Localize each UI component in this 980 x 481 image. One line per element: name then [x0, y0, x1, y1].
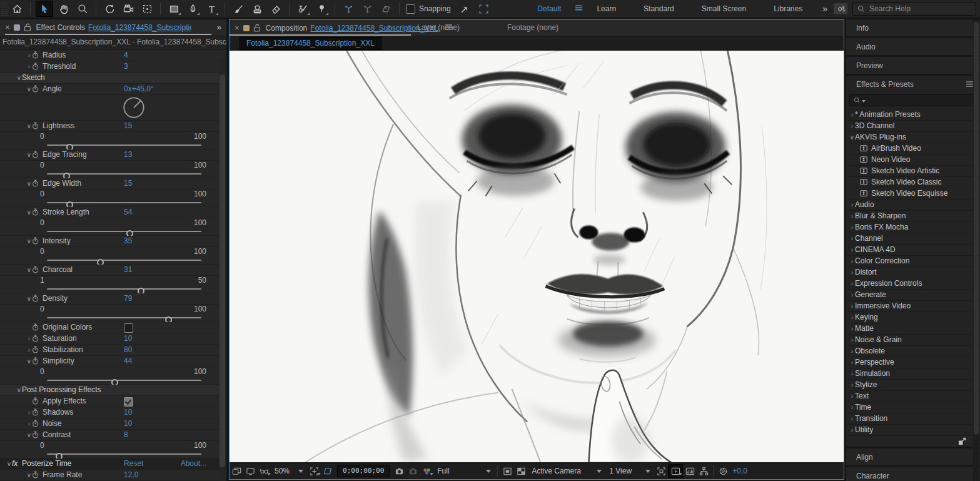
param-value[interactable]: 79 [124, 293, 132, 304]
tool-pan-behind[interactable] [139, 1, 155, 16]
exposure-value[interactable]: +0,0 [732, 467, 747, 475]
effect-param-row[interactable]: ›Shadows10 [0, 407, 226, 418]
tool-pen[interactable] [184, 1, 201, 16]
effect-param-row[interactable]: ›Noise10 [0, 418, 226, 430]
transparency-grid-icon[interactable] [514, 465, 528, 477]
effect-param-row[interactable]: ∨Density79 [0, 293, 226, 305]
effects-category-row[interactable]: ›Transition [846, 413, 980, 424]
effects-category-row[interactable]: ›Matte [846, 323, 980, 334]
effect-reset-link[interactable]: Reset [124, 458, 143, 469]
effects-presets-header[interactable]: Effects & Presets [846, 76, 980, 93]
lock-icon[interactable] [24, 23, 31, 31]
param-value[interactable]: 54 [124, 207, 132, 218]
panel-preview[interactable]: Preview [846, 57, 980, 74]
workspace-libraries[interactable]: Libraries [774, 4, 802, 13]
effects-search-input[interactable] [866, 95, 962, 105]
effect-section-row[interactable]: ∨Post Processing Effects [0, 385, 226, 396]
snapping-checkbox[interactable] [406, 4, 415, 14]
tool-puppet-pin[interactable] [313, 1, 330, 16]
param-slider[interactable] [0, 286, 226, 293]
stopwatch-icon[interactable] [32, 295, 39, 305]
right-panel-scrollbar[interactable] [973, 19, 979, 481]
effects-category-row[interactable]: ›Blur & Sharpen [846, 210, 980, 221]
tool-hand[interactable] [56, 1, 72, 16]
more-workspaces-icon[interactable]: » [822, 4, 827, 14]
panel-align[interactable]: Align [846, 448, 980, 465]
tool-brush[interactable] [230, 1, 246, 16]
effects-category-row[interactable]: ›Audio [846, 199, 980, 210]
effect-param-row[interactable]: ›Stabilization80 [0, 345, 226, 356]
workspace-learn[interactable]: Learn [597, 4, 616, 13]
tool-zoom[interactable] [74, 1, 91, 16]
param-value[interactable]: 10 [124, 407, 132, 418]
effects-category-row[interactable]: ›Channel [846, 233, 980, 244]
stopwatch-icon[interactable] [32, 420, 39, 430]
stopwatch-icon[interactable] [32, 323, 39, 334]
effect-param-row[interactable]: ∨Contrast8 [0, 430, 226, 441]
param-value[interactable]: 0x+45,0° [124, 84, 154, 94]
effect-param-row[interactable]: ∨Stroke Length54 [0, 207, 226, 218]
workspace-sync-icon[interactable] [834, 3, 847, 14]
panel-menu-icon[interactable]: » [217, 23, 221, 32]
param-slider[interactable] [0, 142, 226, 149]
param-value[interactable]: 35 [124, 236, 132, 246]
param-value[interactable]: 12,0 [124, 470, 138, 480]
effect-section-row[interactable]: ∨Sketch [0, 73, 226, 84]
effects-category-row[interactable]: ›* Animation Presets [846, 109, 980, 120]
effect-param-row[interactable]: ›Radius4 [0, 50, 226, 61]
workspace-standard[interactable]: Standard [644, 4, 674, 13]
flowchart-icon[interactable] [697, 465, 710, 477]
stopwatch-icon[interactable] [32, 357, 39, 368]
param-value[interactable]: 10 [124, 333, 132, 344]
effects-category-row[interactable]: ›Expression Controls [846, 278, 980, 289]
tool-local-axis-mode[interactable] [340, 1, 356, 16]
effect-param-row[interactable]: ∨Simplicity44 [0, 356, 226, 367]
param-slider[interactable] [0, 451, 226, 458]
workspace-menu-icon[interactable] [575, 4, 583, 14]
stopwatch-icon[interactable] [32, 237, 39, 248]
tool-rectangle[interactable] [166, 1, 182, 16]
effects-category-row[interactable]: ∨AKVIS Plug-ins [846, 131, 980, 143]
effects-plugin-row[interactable]: Sketch Video Artistic [846, 165, 980, 176]
tool-roto-brush[interactable] [295, 1, 311, 16]
stopwatch-icon[interactable] [32, 408, 39, 419]
share-view-icon[interactable] [654, 465, 668, 477]
param-value[interactable]: 4 [124, 50, 128, 61]
param-slider[interactable] [0, 257, 226, 265]
param-value[interactable]: 80 [124, 345, 132, 355]
param-value[interactable]: 3 [124, 61, 128, 72]
param-value[interactable]: 13 [124, 149, 132, 160]
composition-viewer[interactable] [230, 51, 844, 463]
exposure-reset-icon[interactable] [716, 465, 730, 477]
effects-category-row[interactable]: ›CINEMA 4D [846, 244, 980, 255]
effect-controls-tab[interactable]: × Effect Controls Fotolia_123874458_Subs… [0, 19, 226, 35]
tool-home[interactable] [9, 1, 25, 16]
help-search-input[interactable] [868, 4, 964, 14]
stopwatch-icon[interactable] [32, 431, 39, 442]
effect-param-row[interactable]: ∨Lightness15 [0, 121, 226, 132]
effect-controls-comp-name[interactable]: Fotolia_123874458_Subscription_XXL [88, 23, 191, 32]
tool-eraser[interactable] [268, 1, 284, 16]
effect-param-row[interactable]: ∨Angle0x+45,0° [0, 84, 226, 95]
workspace-default[interactable]: Default [537, 4, 561, 13]
param-slider[interactable] [0, 315, 226, 322]
effect-param-row[interactable]: ›Threshold3 [0, 61, 226, 73]
panel-character[interactable]: Character [846, 467, 980, 481]
close-panel-icon[interactable]: × [5, 23, 10, 32]
stopwatch-icon[interactable] [32, 51, 39, 62]
effects-category-row[interactable]: ›Keying [846, 311, 980, 323]
stopwatch-icon[interactable] [32, 151, 39, 161]
param-checkbox[interactable] [124, 323, 133, 333]
param-checkbox[interactable] [124, 397, 133, 407]
target-region-icon[interactable] [500, 465, 514, 477]
snap-frame-icon[interactable] [476, 1, 492, 16]
fast-previews-icon[interactable] [668, 464, 683, 478]
tool-rotate[interactable] [101, 1, 118, 16]
effects-category-row[interactable]: ›Simulation [846, 368, 980, 379]
tool-type[interactable]: T [203, 1, 220, 16]
param-value[interactable]: 8 [124, 430, 128, 440]
grid-guides-icon[interactable] [307, 465, 321, 477]
param-slider[interactable] [0, 228, 226, 236]
effects-plugin-row[interactable]: Sketch Video Classic [846, 176, 980, 188]
stopwatch-icon[interactable] [32, 471, 39, 481]
